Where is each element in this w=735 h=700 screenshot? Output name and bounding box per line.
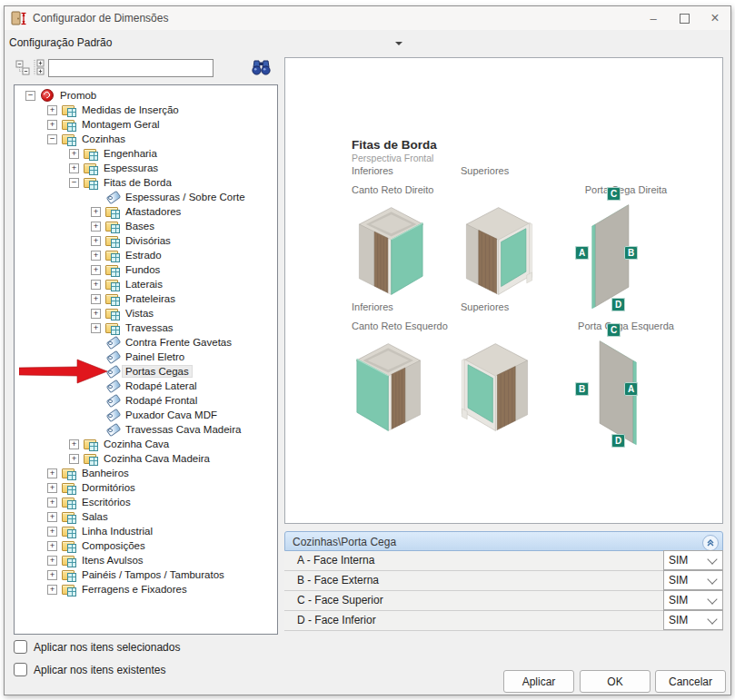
- collapse-group-button[interactable]: [702, 535, 719, 551]
- tree-item-label[interactable]: Medidas de Inserção: [79, 104, 182, 115]
- tree-item[interactable]: Bases: [15, 219, 277, 233]
- tree-expander-icon[interactable]: [69, 439, 79, 449]
- tree-search-input[interactable]: [48, 59, 214, 77]
- tree-item[interactable]: Rodapé Frontal: [15, 393, 277, 408]
- tree-expander-icon[interactable]: [69, 178, 79, 188]
- configuration-combobox[interactable]: Configuração Padrão: [9, 30, 112, 55]
- tree-expander-icon[interactable]: [91, 294, 101, 304]
- tree-item-label[interactable]: Prateleiras: [123, 293, 178, 304]
- tree-item-label[interactable]: Cozinha Cava: [101, 439, 172, 449]
- tree-item[interactable]: Prateleiras: [15, 291, 277, 306]
- tree-item[interactable]: Puxador Cava MDF: [15, 408, 277, 422]
- tree-item[interactable]: Painéis / Tampos / Tamburatos: [15, 567, 277, 582]
- tree-item[interactable]: Painel Eletro: [15, 350, 277, 364]
- minimize-button[interactable]: –: [638, 6, 669, 30]
- property-value-select[interactable]: SIM: [663, 550, 723, 570]
- tree-item-label[interactable]: Vistas: [123, 308, 156, 319]
- tree-expander-icon[interactable]: [47, 512, 57, 522]
- tree-item-label[interactable]: Bases: [123, 221, 157, 232]
- tree-item[interactable]: Contra Frente Gavetas: [15, 335, 277, 350]
- tree-item[interactable]: Cozinha Cava Madeira: [15, 451, 277, 466]
- tree-expander-icon[interactable]: [25, 91, 35, 101]
- tree-item[interactable]: Afastadores: [15, 204, 277, 219]
- tree-item[interactable]: Montagem Geral: [15, 117, 277, 132]
- tree-item-label[interactable]: Contra Frente Gavetas: [123, 337, 234, 348]
- tree-item-label[interactable]: Ferragens e Fixadores: [79, 584, 190, 595]
- tree-expander-icon[interactable]: [91, 265, 101, 275]
- expand-all-icon[interactable]: [32, 59, 47, 76]
- tree-item-label[interactable]: Promob: [57, 90, 99, 101]
- tree-item[interactable]: Espessuras / Sobre Corte: [15, 190, 277, 204]
- tree-item[interactable]: Salas: [15, 509, 277, 524]
- checkbox-icon[interactable]: [14, 663, 27, 676]
- tree-item-label[interactable]: Rodapé Lateral: [123, 380, 200, 391]
- tree-expander-icon[interactable]: [47, 120, 57, 130]
- tree-expander-icon[interactable]: [47, 585, 57, 595]
- tree-expander-icon[interactable]: [91, 236, 101, 246]
- ok-button[interactable]: OK: [580, 670, 651, 693]
- property-value-select[interactable]: SIM: [663, 610, 723, 630]
- cancel-button[interactable]: Cancelar: [655, 670, 726, 693]
- tree-item[interactable]: Banheiros: [15, 466, 277, 480]
- tree-item-label[interactable]: Espessuras: [101, 163, 161, 173]
- tree-item-label[interactable]: Espessuras / Sobre Corte: [123, 192, 248, 202]
- property-group-header[interactable]: Cozinhas\Porta Cega: [284, 531, 723, 551]
- combobox-dropdown-icon[interactable]: [395, 42, 402, 49]
- maximize-button[interactable]: [669, 6, 700, 30]
- apply-option[interactable]: Aplicar nos itens selecionados: [14, 640, 180, 654]
- tree-expander-icon[interactable]: [47, 541, 57, 551]
- tree-expander-icon[interactable]: [47, 556, 57, 566]
- tree-expander-icon[interactable]: [47, 498, 57, 508]
- tree-item[interactable]: Escritórios: [15, 495, 277, 509]
- tree-item[interactable]: Travessas Cava Madeira: [15, 422, 277, 437]
- tree-item-label[interactable]: Puxador Cava MDF: [123, 409, 220, 420]
- tree-item[interactable]: Ferragens e Fixadores: [15, 582, 277, 596]
- tree-item[interactable]: Fitas de Borda: [15, 175, 277, 190]
- tree-item[interactable]: Travessas: [15, 320, 277, 335]
- tree-expander-icon[interactable]: [69, 163, 79, 173]
- titlebar[interactable]: Configurador de Dimensões – ×: [5, 6, 730, 30]
- tree-item[interactable]: Laterais: [15, 277, 277, 291]
- tree-item[interactable]: Promob: [15, 88, 277, 103]
- property-value-select[interactable]: SIM: [663, 570, 723, 590]
- tree-expander-icon[interactable]: [91, 309, 101, 319]
- tree-expander-icon[interactable]: [47, 570, 57, 580]
- tree-item-label[interactable]: Laterais: [123, 279, 165, 290]
- tree-item-label[interactable]: Itens Avulsos: [79, 555, 146, 566]
- tree-item[interactable]: Itens Avulsos: [15, 553, 277, 567]
- tree-item[interactable]: Linha Industrial: [15, 524, 277, 538]
- tree-expander-icon[interactable]: [47, 468, 57, 478]
- tree-expander-icon[interactable]: [91, 323, 101, 333]
- tree-item-label[interactable]: Divisórias: [123, 235, 174, 246]
- tree-item-label[interactable]: Dormitórios: [79, 482, 138, 493]
- tree-item[interactable]: Dormitórios: [15, 480, 277, 495]
- tree-item[interactable]: Cozinhas: [15, 132, 277, 146]
- tree-item-label[interactable]: Escritórios: [79, 497, 134, 508]
- tree-item-label[interactable]: Estrado: [123, 250, 164, 261]
- tree-expander-icon[interactable]: [47, 483, 57, 493]
- tree-item[interactable]: Medidas de Inserção: [15, 103, 277, 117]
- tree-item-label[interactable]: Afastadores: [123, 206, 184, 217]
- tree-item[interactable]: Estrado: [15, 248, 277, 262]
- tree-expander-icon[interactable]: [91, 280, 101, 290]
- tree-item-label[interactable]: Montagem Geral: [79, 119, 163, 130]
- tree-item[interactable]: Cozinha Cava: [15, 437, 277, 451]
- tree-item-label[interactable]: Salas: [79, 511, 111, 522]
- tree-item[interactable]: Espessuras: [15, 161, 277, 175]
- tree-item[interactable]: Engenharia: [15, 146, 277, 161]
- tree-item-label[interactable]: Portas Cegas: [123, 366, 192, 377]
- tree-item-label[interactable]: Cozinha Cava Madeira: [101, 453, 213, 464]
- tree-item[interactable]: Divisórias: [15, 233, 277, 248]
- tree-item[interactable]: Composições: [15, 538, 277, 553]
- tree-expander-icon[interactable]: [69, 149, 79, 159]
- apply-button[interactable]: Aplicar: [503, 670, 574, 693]
- property-value-select[interactable]: SIM: [663, 590, 723, 610]
- tree-expander-icon[interactable]: [91, 251, 101, 261]
- tree-item-label[interactable]: Fitas de Borda: [101, 177, 174, 188]
- tree-item[interactable]: Vistas: [15, 306, 277, 320]
- tree-expander-icon[interactable]: [91, 222, 101, 232]
- tree-item-label[interactable]: Fundos: [123, 264, 163, 275]
- tree-expander-icon[interactable]: [47, 134, 57, 144]
- collapse-all-icon[interactable]: [15, 59, 31, 76]
- tree-item-label[interactable]: Rodapé Frontal: [123, 395, 200, 406]
